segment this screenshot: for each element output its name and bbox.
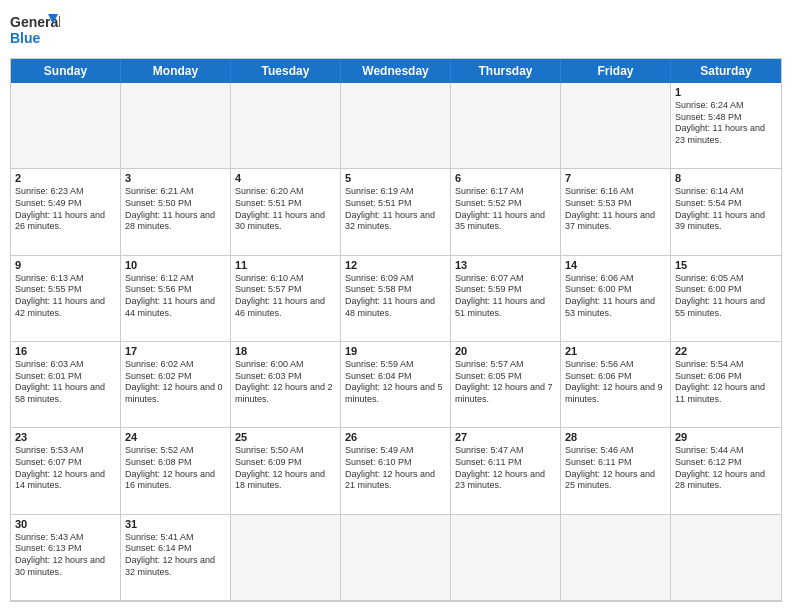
day-details: Sunrise: 5:50 AM Sunset: 6:09 PM Dayligh…: [235, 445, 336, 492]
header: GeneralBlue: [10, 10, 782, 50]
calendar-day-16: 16Sunrise: 6:03 AM Sunset: 6:01 PM Dayli…: [11, 342, 121, 428]
day-number: 2: [15, 172, 116, 184]
calendar-day-8: 8Sunrise: 6:14 AM Sunset: 5:54 PM Daylig…: [671, 169, 781, 255]
calendar-empty-cell: [231, 515, 341, 601]
day-header-monday: Monday: [121, 59, 231, 83]
calendar-day-3: 3Sunrise: 6:21 AM Sunset: 5:50 PM Daylig…: [121, 169, 231, 255]
day-number: 14: [565, 259, 666, 271]
day-details: Sunrise: 6:21 AM Sunset: 5:50 PM Dayligh…: [125, 186, 226, 233]
day-number: 25: [235, 431, 336, 443]
calendar-day-1: 1Sunrise: 6:24 AM Sunset: 5:48 PM Daylig…: [671, 83, 781, 169]
day-number: 20: [455, 345, 556, 357]
calendar-day-5: 5Sunrise: 6:19 AM Sunset: 5:51 PM Daylig…: [341, 169, 451, 255]
day-number: 18: [235, 345, 336, 357]
calendar-empty-cell: [341, 83, 451, 169]
calendar-empty-cell: [671, 515, 781, 601]
day-details: Sunrise: 6:20 AM Sunset: 5:51 PM Dayligh…: [235, 186, 336, 233]
day-header-friday: Friday: [561, 59, 671, 83]
day-header-saturday: Saturday: [671, 59, 781, 83]
day-number: 7: [565, 172, 666, 184]
day-details: Sunrise: 6:12 AM Sunset: 5:56 PM Dayligh…: [125, 273, 226, 320]
logo-svg: GeneralBlue: [10, 10, 60, 50]
day-number: 29: [675, 431, 777, 443]
calendar-empty-cell: [231, 83, 341, 169]
calendar-empty-cell: [11, 83, 121, 169]
calendar-empty-cell: [451, 83, 561, 169]
day-details: Sunrise: 6:00 AM Sunset: 6:03 PM Dayligh…: [235, 359, 336, 406]
day-number: 31: [125, 518, 226, 530]
day-number: 13: [455, 259, 556, 271]
day-details: Sunrise: 6:14 AM Sunset: 5:54 PM Dayligh…: [675, 186, 777, 233]
day-details: Sunrise: 6:05 AM Sunset: 6:00 PM Dayligh…: [675, 273, 777, 320]
calendar-body: 1Sunrise: 6:24 AM Sunset: 5:48 PM Daylig…: [11, 83, 781, 601]
calendar-day-15: 15Sunrise: 6:05 AM Sunset: 6:00 PM Dayli…: [671, 256, 781, 342]
day-number: 10: [125, 259, 226, 271]
day-details: Sunrise: 6:02 AM Sunset: 6:02 PM Dayligh…: [125, 359, 226, 406]
day-details: Sunrise: 5:57 AM Sunset: 6:05 PM Dayligh…: [455, 359, 556, 406]
page: GeneralBlue SundayMondayTuesdayWednesday…: [0, 0, 792, 612]
calendar-empty-cell: [451, 515, 561, 601]
day-header-wednesday: Wednesday: [341, 59, 451, 83]
calendar-day-23: 23Sunrise: 5:53 AM Sunset: 6:07 PM Dayli…: [11, 428, 121, 514]
day-details: Sunrise: 5:43 AM Sunset: 6:13 PM Dayligh…: [15, 532, 116, 579]
day-details: Sunrise: 5:59 AM Sunset: 6:04 PM Dayligh…: [345, 359, 446, 406]
day-details: Sunrise: 6:17 AM Sunset: 5:52 PM Dayligh…: [455, 186, 556, 233]
day-number: 23: [15, 431, 116, 443]
svg-text:Blue: Blue: [10, 30, 41, 46]
calendar-day-19: 19Sunrise: 5:59 AM Sunset: 6:04 PM Dayli…: [341, 342, 451, 428]
calendar-empty-cell: [561, 515, 671, 601]
day-details: Sunrise: 6:09 AM Sunset: 5:58 PM Dayligh…: [345, 273, 446, 320]
day-details: Sunrise: 5:44 AM Sunset: 6:12 PM Dayligh…: [675, 445, 777, 492]
calendar-day-2: 2Sunrise: 6:23 AM Sunset: 5:49 PM Daylig…: [11, 169, 121, 255]
day-number: 16: [15, 345, 116, 357]
day-number: 27: [455, 431, 556, 443]
calendar-day-29: 29Sunrise: 5:44 AM Sunset: 6:12 PM Dayli…: [671, 428, 781, 514]
calendar-day-6: 6Sunrise: 6:17 AM Sunset: 5:52 PM Daylig…: [451, 169, 561, 255]
calendar-day-4: 4Sunrise: 6:20 AM Sunset: 5:51 PM Daylig…: [231, 169, 341, 255]
calendar-day-13: 13Sunrise: 6:07 AM Sunset: 5:59 PM Dayli…: [451, 256, 561, 342]
day-details: Sunrise: 5:52 AM Sunset: 6:08 PM Dayligh…: [125, 445, 226, 492]
calendar-empty-cell: [121, 83, 231, 169]
day-details: Sunrise: 6:03 AM Sunset: 6:01 PM Dayligh…: [15, 359, 116, 406]
day-details: Sunrise: 5:49 AM Sunset: 6:10 PM Dayligh…: [345, 445, 446, 492]
day-details: Sunrise: 5:56 AM Sunset: 6:06 PM Dayligh…: [565, 359, 666, 406]
day-details: Sunrise: 5:46 AM Sunset: 6:11 PM Dayligh…: [565, 445, 666, 492]
day-number: 12: [345, 259, 446, 271]
day-header-sunday: Sunday: [11, 59, 121, 83]
calendar-empty-cell: [561, 83, 671, 169]
day-number: 9: [15, 259, 116, 271]
calendar: SundayMondayTuesdayWednesdayThursdayFrid…: [10, 58, 782, 602]
day-details: Sunrise: 6:13 AM Sunset: 5:55 PM Dayligh…: [15, 273, 116, 320]
calendar-day-12: 12Sunrise: 6:09 AM Sunset: 5:58 PM Dayli…: [341, 256, 451, 342]
day-details: Sunrise: 5:53 AM Sunset: 6:07 PM Dayligh…: [15, 445, 116, 492]
day-details: Sunrise: 6:24 AM Sunset: 5:48 PM Dayligh…: [675, 100, 777, 147]
day-details: Sunrise: 6:10 AM Sunset: 5:57 PM Dayligh…: [235, 273, 336, 320]
day-details: Sunrise: 6:19 AM Sunset: 5:51 PM Dayligh…: [345, 186, 446, 233]
calendar-day-28: 28Sunrise: 5:46 AM Sunset: 6:11 PM Dayli…: [561, 428, 671, 514]
day-details: Sunrise: 6:23 AM Sunset: 5:49 PM Dayligh…: [15, 186, 116, 233]
day-header-thursday: Thursday: [451, 59, 561, 83]
day-number: 15: [675, 259, 777, 271]
day-number: 24: [125, 431, 226, 443]
calendar-day-31: 31Sunrise: 5:41 AM Sunset: 6:14 PM Dayli…: [121, 515, 231, 601]
calendar-day-10: 10Sunrise: 6:12 AM Sunset: 5:56 PM Dayli…: [121, 256, 231, 342]
calendar-day-20: 20Sunrise: 5:57 AM Sunset: 6:05 PM Dayli…: [451, 342, 561, 428]
calendar-day-22: 22Sunrise: 5:54 AM Sunset: 6:06 PM Dayli…: [671, 342, 781, 428]
day-number: 5: [345, 172, 446, 184]
calendar-day-21: 21Sunrise: 5:56 AM Sunset: 6:06 PM Dayli…: [561, 342, 671, 428]
calendar-day-7: 7Sunrise: 6:16 AM Sunset: 5:53 PM Daylig…: [561, 169, 671, 255]
day-details: Sunrise: 6:06 AM Sunset: 6:00 PM Dayligh…: [565, 273, 666, 320]
day-number: 26: [345, 431, 446, 443]
day-number: 4: [235, 172, 336, 184]
calendar-day-24: 24Sunrise: 5:52 AM Sunset: 6:08 PM Dayli…: [121, 428, 231, 514]
day-details: Sunrise: 6:16 AM Sunset: 5:53 PM Dayligh…: [565, 186, 666, 233]
day-number: 28: [565, 431, 666, 443]
day-details: Sunrise: 6:07 AM Sunset: 5:59 PM Dayligh…: [455, 273, 556, 320]
day-number: 19: [345, 345, 446, 357]
calendar-day-18: 18Sunrise: 6:00 AM Sunset: 6:03 PM Dayli…: [231, 342, 341, 428]
calendar-empty-cell: [341, 515, 451, 601]
day-details: Sunrise: 5:41 AM Sunset: 6:14 PM Dayligh…: [125, 532, 226, 579]
day-number: 8: [675, 172, 777, 184]
calendar-day-14: 14Sunrise: 6:06 AM Sunset: 6:00 PM Dayli…: [561, 256, 671, 342]
calendar-day-27: 27Sunrise: 5:47 AM Sunset: 6:11 PM Dayli…: [451, 428, 561, 514]
